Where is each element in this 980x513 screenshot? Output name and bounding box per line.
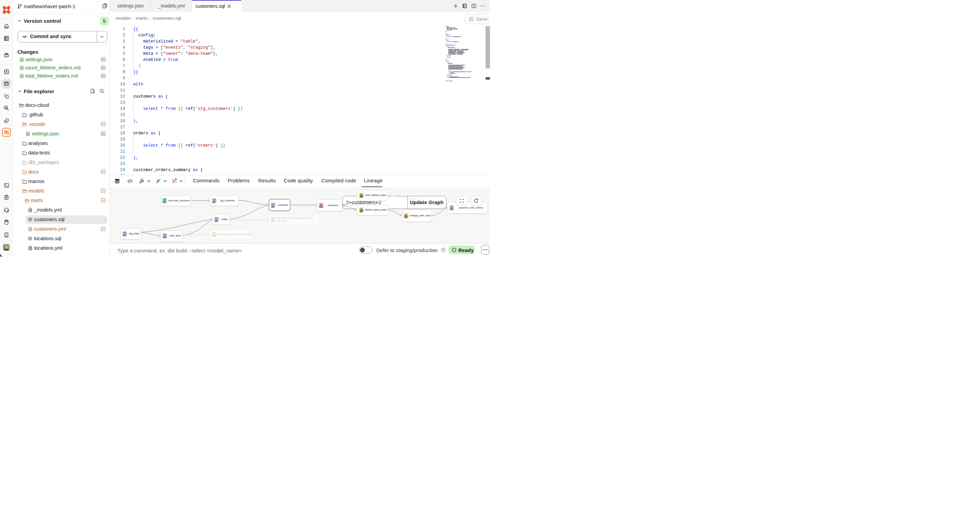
svg-text:customers: customers <box>278 204 288 206</box>
svg-text:lifetime_spend_pretax: lifetime_spend_pretax <box>365 208 387 211</box>
svg-text:stg_orders: stg_orders <box>129 232 140 235</box>
svg-text:order_items: order_items <box>169 234 181 237</box>
svg-text:stg_customers: stg_customers <box>220 199 235 202</box>
svg-text:average_order_value: average_order_value <box>410 214 431 217</box>
svg-text:test_supply_costs_sum_correctl: test_supply_costs_sum_correctly <box>217 233 250 236</box>
svg-text:_correctly: _correctly <box>277 220 286 222</box>
svg-text:customer_order_metrics: customer_order_metrics <box>459 206 484 209</box>
svg-text:ecom.raw_customers: ecom.raw_customers <box>168 199 189 202</box>
svg-text:test_order_items_compute_to_bo: test_order_items_compute_to_bools <box>277 217 313 219</box>
svg-text:orders: orders <box>221 218 228 221</box>
svg-text:TST: TST <box>271 221 274 222</box>
svg-text:count_lifetime_orders: count_lifetime_orders <box>365 194 387 197</box>
svg-text:customers: customers <box>328 204 338 206</box>
